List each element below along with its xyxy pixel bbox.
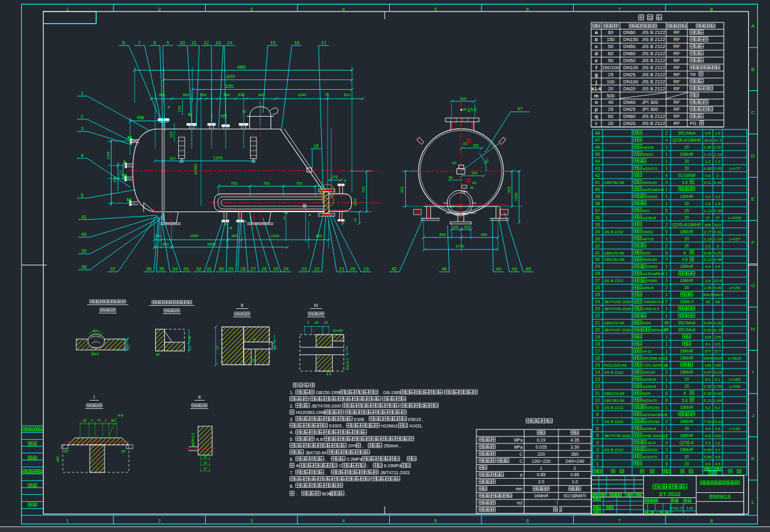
- svg-text:4: 4: [665, 440, 668, 445]
- svg-text:1: 1: [665, 166, 668, 170]
- svg-text:41: 41: [81, 214, 87, 220]
- svg-text:45: 45: [526, 266, 531, 272]
- svg-text:20: 20: [684, 377, 689, 381]
- svg-text:j: j: [595, 79, 597, 85]
- svg-text:C: C: [519, 459, 523, 463]
- svg-text:0.53: 0.53: [704, 328, 712, 332]
- svg-text:5: 5: [596, 433, 599, 438]
- svg-text:1040: 1040: [297, 93, 306, 97]
- svg-text:JPI 300: JPI 300: [642, 99, 658, 105]
- svg-text:39: 39: [595, 194, 600, 199]
- svg-text:1.5: 1.5: [705, 244, 711, 248]
- svg-text:2: 2: [717, 173, 719, 178]
- svg-text:DN60: DN60: [623, 113, 635, 119]
- svg-text:d: d: [308, 213, 310, 217]
- svg-text:13: 13: [215, 40, 221, 46]
- svg-text:39: 39: [81, 248, 87, 254]
- svg-text:M16: M16: [643, 251, 651, 255]
- svg-text:8.31: 8.31: [714, 229, 722, 234]
- svg-text:2: 2: [665, 131, 668, 135]
- svg-text:D: D: [751, 153, 755, 159]
- svg-text:42: 42: [595, 173, 600, 178]
- svg-text:37: 37: [706, 215, 710, 220]
- svg-text:m: m: [242, 109, 246, 113]
- svg-text:DN60: DN60: [623, 51, 635, 56]
- svg-text:15.22: 15.22: [713, 419, 723, 424]
- svg-text:600: 600: [400, 186, 404, 193]
- svg-text:150: 150: [155, 234, 162, 238]
- svg-text:4.5: 4.5: [715, 461, 721, 466]
- svg-text:c: c: [595, 44, 598, 49]
- svg-text:1: 1: [665, 363, 668, 367]
- svg-text:DN150: DN150: [623, 37, 638, 42]
- svg-text:15: 15: [324, 320, 328, 324]
- svg-text:8: 8: [665, 398, 668, 403]
- svg-text:1158: 1158: [106, 151, 110, 160]
- svg-text:k4: k4: [127, 197, 132, 202]
- svg-text:58: 58: [111, 419, 115, 422]
- svg-text:35CrMoA: 35CrMoA: [678, 328, 696, 332]
- svg-text:DN150: DN150: [647, 405, 660, 410]
- svg-text:RF: RF: [674, 106, 680, 112]
- svg-text:3: 3: [250, 518, 253, 524]
- svg-text:ø108x6: ø108x6: [643, 377, 657, 381]
- svg-text:22: 22: [314, 266, 319, 272]
- svg-text:0.19: 0.19: [537, 438, 546, 442]
- svg-text:DN50: DN50: [623, 58, 635, 63]
- svg-text:8x5: 8x5: [643, 208, 650, 213]
- svg-text:M20: M20: [643, 391, 651, 395]
- svg-text:30: 30: [156, 353, 160, 356]
- svg-text:34: 34: [595, 229, 600, 234]
- svg-text:700: 700: [231, 181, 238, 185]
- svg-text:TR: TR: [690, 72, 696, 77]
- svg-text:I: I: [752, 369, 753, 375]
- svg-text:F: F: [751, 240, 755, 245]
- svg-text:15: 15: [270, 40, 275, 46]
- svg-text:1: 1: [665, 264, 668, 269]
- svg-text:1: 1: [81, 90, 83, 96]
- svg-text:1500: 1500: [190, 234, 199, 238]
- svg-text:1.2: 1.2: [715, 159, 721, 163]
- svg-text:377: 377: [705, 349, 712, 353]
- svg-text:14: 14: [227, 40, 232, 46]
- svg-text:110: 110: [169, 156, 176, 160]
- svg-text:RF: RF: [674, 99, 680, 105]
- svg-text:3.8: 3.8: [705, 278, 711, 283]
- svg-text:3: 3: [717, 244, 719, 248]
- svg-text:4.35: 4.35: [571, 438, 580, 442]
- svg-text:23: 23: [595, 306, 600, 311]
- svg-text:150: 150: [607, 37, 615, 42]
- svg-text:1604: 1604: [703, 356, 712, 360]
- svg-text:10.8: 10.8: [714, 278, 722, 283]
- svg-text:750: 750: [263, 181, 270, 185]
- svg-text:60°: 60°: [92, 329, 99, 333]
- svg-text:0.42: 0.42: [714, 391, 722, 395]
- svg-text:250: 250: [464, 225, 469, 229]
- svg-text:JB/T4709-2000: JB/T4709-2000: [311, 404, 341, 408]
- svg-text:ø5: ø5: [315, 320, 319, 324]
- svg-text:37: 37: [595, 208, 600, 213]
- svg-text:16MnR: 16MnR: [680, 264, 694, 269]
- svg-text:220: 220: [537, 452, 545, 456]
- svg-text:1.84: 1.84: [714, 398, 722, 403]
- svg-text:5: 5: [81, 192, 83, 198]
- svg-text:10: 10: [595, 398, 600, 403]
- svg-text:JIS B 2122: JIS B 2122: [642, 58, 665, 63]
- svg-text:1.: 1.: [290, 390, 294, 395]
- svg-text:406: 406: [705, 222, 712, 227]
- svg-text:17: 17: [595, 349, 600, 353]
- svg-text:0.9: 0.9: [705, 461, 711, 466]
- svg-text:HG20583-1998: HG20583-1998: [296, 410, 326, 415]
- svg-text:415: 415: [714, 433, 721, 438]
- svg-text:DN100: DN100: [643, 370, 656, 374]
- svg-text:RF: RF: [674, 58, 680, 63]
- svg-text:k1-4: k1-4: [591, 86, 601, 92]
- svg-text:3: 3: [307, 320, 309, 324]
- svg-text:4.6: 4.6: [705, 426, 711, 431]
- svg-text:2.97: 2.97: [704, 145, 712, 149]
- svg-text:;: ;: [367, 463, 369, 468]
- svg-text:4.5: 4.5: [715, 264, 721, 269]
- svg-text:840: 840: [439, 233, 446, 237]
- svg-text:JPI 300: JPI 300: [642, 106, 658, 112]
- svg-text:7: 7: [596, 419, 599, 424]
